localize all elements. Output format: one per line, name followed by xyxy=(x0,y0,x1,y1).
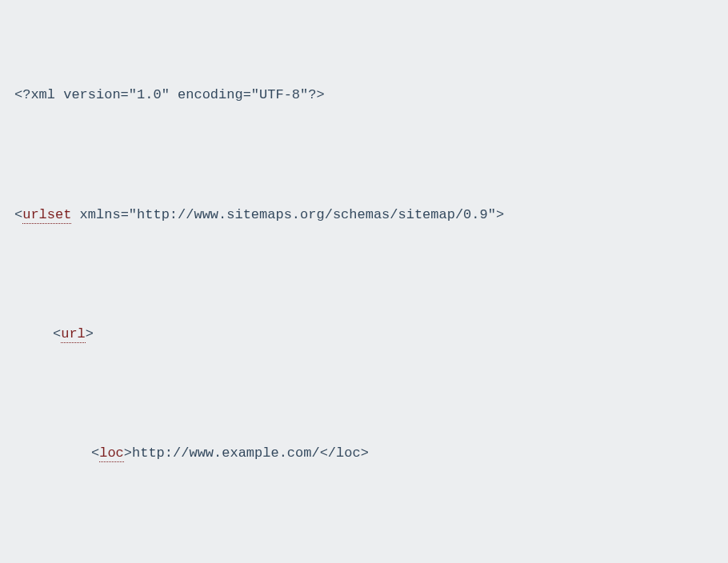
bracket-open: < xyxy=(14,207,22,222)
urlset-open-line: <urlset xmlns="http://www.sitemaps.org/s… xyxy=(14,206,714,225)
url-tag-link[interactable]: url xyxy=(61,326,86,343)
bracket-open: < xyxy=(91,445,99,461)
urlset-attrs: xmlns="http://www.sitemaps.org/schemas/s… xyxy=(71,207,504,222)
loc-tag-link[interactable]: loc xyxy=(99,445,124,462)
loc-content: >http://www.example.com/</loc> xyxy=(124,445,369,461)
xml-code-block: <?xml version="1.0" encoding="UTF-8"?> <… xyxy=(14,29,714,563)
bracket-close: > xyxy=(86,326,94,341)
urlset-tag-link[interactable]: urlset xyxy=(22,207,71,224)
url-open-line: <url> xyxy=(53,325,714,344)
bracket-open: < xyxy=(53,326,61,341)
loc-line: <loc>http://www.example.com/</loc> xyxy=(91,444,714,463)
xml-prolog-line: <?xml version="1.0" encoding="UTF-8"?> xyxy=(14,86,714,105)
